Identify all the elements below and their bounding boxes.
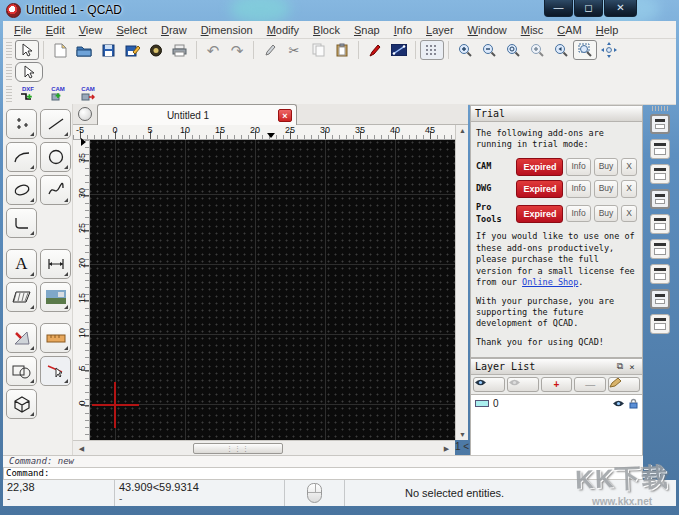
print-button[interactable] (168, 40, 192, 60)
scroll-down-icon[interactable]: ▼ (456, 431, 469, 438)
close-panel-icon[interactable]: × (626, 362, 638, 372)
add-layer-button[interactable]: + (541, 377, 573, 392)
save-button[interactable] (96, 40, 120, 60)
image-tool-button[interactable] (40, 282, 71, 312)
menu-view[interactable]: View (72, 22, 110, 38)
menu-file[interactable]: File (7, 22, 39, 38)
menu-dimension[interactable]: Dimension (194, 22, 260, 38)
line-tools-button[interactable] (40, 109, 71, 139)
zoom-previous-button[interactable] (549, 40, 573, 60)
layer-row-0[interactable]: 0 (471, 395, 642, 411)
toggle-view-list-icon[interactable] (650, 164, 670, 184)
tab-close-icon[interactable]: × (278, 109, 292, 122)
copy-button[interactable] (306, 40, 330, 60)
snap-free-button[interactable] (15, 62, 43, 82)
text-tool-button[interactable]: A (6, 249, 37, 279)
toolbar-grip[interactable] (6, 42, 12, 58)
remove-layer-button[interactable]: — (574, 377, 606, 392)
redo-button[interactable]: ↷ (225, 40, 249, 60)
toolbar-grip[interactable] (6, 64, 12, 80)
menu-misc[interactable]: Misc (514, 22, 551, 38)
toggle-command-line-icon[interactable] (650, 239, 670, 259)
misc-tools-button[interactable] (6, 323, 37, 353)
buy-button[interactable]: Buy (594, 158, 619, 175)
toggle-layer-list-icon[interactable] (650, 189, 670, 209)
line-style-button[interactable] (387, 40, 411, 60)
maximize-button[interactable]: ◻ (574, 0, 603, 17)
dismiss-button[interactable]: X (621, 158, 637, 175)
vertical-scrollbar[interactable]: ▲ ▼ (455, 125, 468, 440)
pan-button[interactable] (597, 40, 621, 60)
menu-edit[interactable]: Edit (39, 22, 72, 38)
polyline-tools-button[interactable] (6, 208, 37, 238)
zoom-window-button[interactable] (573, 40, 597, 60)
title-bar[interactable]: Untitled 1 - QCAD — ◻ ✕ (0, 0, 679, 21)
spline-tools-button[interactable] (40, 175, 71, 205)
info-button[interactable]: Info (566, 180, 590, 197)
menu-layer[interactable]: Layer (419, 22, 461, 38)
menu-draw[interactable]: Draw (154, 22, 194, 38)
solid-tools-button[interactable] (6, 389, 37, 419)
zoom-selection-button[interactable] (525, 40, 549, 60)
menu-info[interactable]: Info (387, 22, 419, 38)
menu-help[interactable]: Help (589, 22, 626, 38)
trial-panel-header[interactable]: Trial (471, 106, 642, 122)
show-all-layers-button[interactable] (473, 377, 505, 392)
zoom-out-button[interactable] (477, 40, 501, 60)
toggle-trial-widget-icon[interactable] (650, 289, 670, 309)
scroll-left-icon[interactable]: ◀ (75, 445, 88, 453)
dimension-tools-button[interactable] (40, 249, 71, 279)
point-tools-button[interactable] (6, 109, 37, 139)
command-input[interactable]: Command: (3, 467, 643, 480)
paste-button[interactable] (330, 40, 354, 60)
info-button[interactable]: Info (566, 205, 590, 222)
menu-modify[interactable]: Modify (260, 22, 306, 38)
info-button[interactable]: Info (566, 158, 590, 175)
tab-untitled-1[interactable]: Untitled 1 × (97, 104, 297, 125)
circle-tools-button[interactable] (40, 142, 71, 172)
pen-toggle-button[interactable] (258, 40, 282, 60)
svg-export-button[interactable] (144, 40, 168, 60)
shape-tools-button[interactable] (6, 356, 37, 386)
toolbar-grip[interactable] (6, 86, 12, 102)
menu-select[interactable]: Select (109, 22, 154, 38)
layer-visible-icon[interactable] (612, 399, 625, 408)
layer-lock-icon[interactable] (629, 398, 638, 409)
scrollbar-thumb[interactable]: ⋮⋮⋮ (193, 443, 283, 454)
grid-toggle-button[interactable] (420, 40, 444, 60)
toggle-selection-filter-icon[interactable] (650, 214, 670, 234)
horizontal-scrollbar[interactable]: ◀ ⋮⋮⋮ ▶ (73, 440, 455, 455)
zoom-in-button[interactable] (453, 40, 477, 60)
dismiss-button[interactable]: X (621, 180, 637, 197)
cam-export-button[interactable]: CAM (45, 84, 71, 104)
buy-button[interactable]: Buy (594, 205, 619, 222)
scroll-up-icon[interactable]: ▲ (456, 127, 469, 134)
float-panel-icon[interactable]: ⧉ (614, 361, 626, 372)
hatch-tool-button[interactable] (6, 282, 37, 312)
scroll-right-icon[interactable]: ▶ (440, 445, 453, 453)
toggle-more-panels-icon[interactable] (650, 314, 670, 334)
cam-reload-button[interactable]: CAM (75, 84, 101, 104)
layer-list-header[interactable]: Layer List ⧉ × (471, 359, 642, 375)
edit-layer-button[interactable] (608, 377, 640, 392)
toggle-library-browser-icon[interactable] (650, 264, 670, 284)
buy-button[interactable]: Buy (594, 180, 619, 197)
layer-color-swatch[interactable] (475, 400, 489, 407)
menu-cam[interactable]: CAM (550, 22, 588, 38)
toolbar-grip[interactable] (652, 106, 668, 111)
cam-dxf-export-button[interactable]: DXF (15, 84, 41, 104)
menu-block[interactable]: Block (306, 22, 347, 38)
arc-tools-button[interactable] (6, 142, 37, 172)
hide-all-layers-button[interactable] (507, 377, 539, 392)
new-file-button[interactable] (48, 40, 72, 60)
menu-snap[interactable]: Snap (347, 22, 387, 38)
online-shop-link[interactable]: Online Shop (522, 277, 578, 287)
drawing-canvas[interactable] (90, 140, 455, 440)
modify-tools-button[interactable] (40, 356, 71, 386)
toggle-property-editor-icon[interactable] (650, 114, 670, 134)
save-as-button[interactable] (120, 40, 144, 60)
measure-tools-button[interactable] (40, 323, 71, 353)
open-file-button[interactable] (72, 40, 96, 60)
toggle-block-list-icon[interactable] (650, 139, 670, 159)
dismiss-button[interactable]: X (621, 205, 637, 222)
